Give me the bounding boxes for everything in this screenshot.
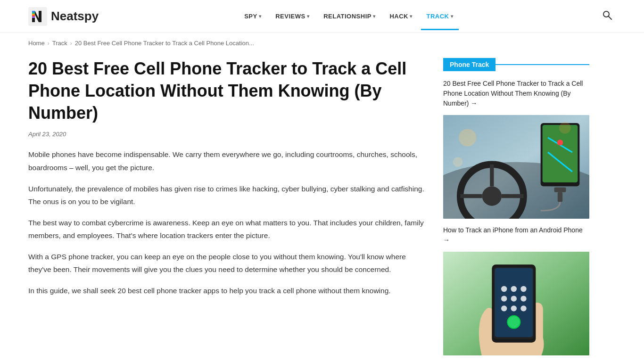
breadcrumb-sep-1: › <box>48 40 50 47</box>
reviews-chevron-icon: ▾ <box>307 14 310 19</box>
nav-item-relationship[interactable]: RELATIONSHIP ▾ <box>318 9 381 24</box>
article-date: April 23, 2020 <box>28 131 424 138</box>
article-para-1: Mobile phones have become indispensable.… <box>28 148 424 173</box>
widget-title-bar: Phone Track <box>443 58 589 71</box>
svg-rect-4 <box>32 14 35 15</box>
breadcrumb: Home › Track › 20 Best Free Cell Phone T… <box>0 33 644 53</box>
svg-point-7 <box>603 11 609 17</box>
svg-point-37 <box>520 296 526 301</box>
article-para-5: In this guide, we shall seek 20 best cel… <box>28 284 424 297</box>
svg-point-34 <box>520 286 526 292</box>
breadcrumb-current: 20 Best Free Cell Phone Tracker to Track… <box>75 40 254 47</box>
logo-text: Neatspy <box>51 9 99 24</box>
svg-point-43 <box>508 316 520 328</box>
page-layout: 20 Best Free Cell Phone Tracker to Track… <box>0 53 644 362</box>
widget-title-line <box>495 64 589 65</box>
main-content: 20 Best Free Cell Phone Tracker to Track… <box>28 58 424 362</box>
widget-title-label: Phone Track <box>443 58 495 71</box>
sidebar-thumb-1 <box>443 115 589 219</box>
hand-phone-image: 📞 <box>443 252 589 355</box>
svg-point-40 <box>520 305 526 311</box>
search-icon <box>603 10 612 20</box>
svg-rect-5 <box>32 15 35 16</box>
svg-point-36 <box>511 296 517 301</box>
main-nav: SPY ▾ REVIEWS ▾ RELATIONSHIP ▾ HACK ▾ TR… <box>239 9 459 24</box>
svg-line-8 <box>609 16 611 19</box>
sidebar: Phone Track 20 Best Free Cell Phone Trac… <box>443 58 589 362</box>
article-para-4: With a GPS phone tracker, you can keep a… <box>28 250 424 276</box>
relationship-chevron-icon: ▾ <box>373 14 376 19</box>
nav-item-hack[interactable]: HACK ▾ <box>384 9 418 24</box>
sidebar-link-1[interactable]: 20 Best Free Cell Phone Tracker to Track… <box>443 80 583 107</box>
search-button[interactable] <box>599 7 616 26</box>
logo[interactable]: Neatspy <box>28 7 99 26</box>
nav-item-spy[interactable]: SPY ▾ <box>239 9 267 24</box>
svg-rect-3 <box>32 12 35 14</box>
breadcrumb-sep-2: › <box>70 40 72 47</box>
svg-point-35 <box>501 296 507 301</box>
hack-chevron-icon: ▾ <box>410 14 413 19</box>
svg-point-38 <box>501 305 507 311</box>
article-para-3: The best way to combat cybercrime is awa… <box>28 216 424 242</box>
svg-point-12 <box>482 186 502 206</box>
article-para-2: Unfortunately, the prevalence of mobiles… <box>28 182 424 208</box>
sidebar-thumb-2: 📞 <box>443 252 589 355</box>
svg-rect-2 <box>32 11 35 12</box>
site-header: Neatspy SPY ▾ REVIEWS ▾ RELATIONSHIP ▾ H… <box>0 0 644 33</box>
article-title: 20 Best Free Cell Phone Tracker to Track… <box>28 58 424 124</box>
article-body: Mobile phones have become indispensable.… <box>28 148 424 297</box>
spy-chevron-icon: ▾ <box>259 14 262 19</box>
svg-rect-24 <box>558 192 562 202</box>
svg-point-27 <box>453 157 463 167</box>
svg-rect-18 <box>543 125 578 182</box>
svg-point-22 <box>557 140 563 145</box>
sidebar-widget-phone-track: Phone Track 20 Best Free Cell Phone Trac… <box>443 58 589 355</box>
svg-rect-23 <box>554 187 566 192</box>
logo-icon <box>28 7 47 26</box>
sidebar-link-2[interactable]: How to Track an iPhone from an Android P… <box>443 225 589 245</box>
nav-item-reviews[interactable]: REVIEWS ▾ <box>270 9 315 24</box>
svg-point-25 <box>459 129 476 146</box>
breadcrumb-home[interactable]: Home <box>28 40 45 47</box>
svg-point-26 <box>559 122 571 134</box>
svg-point-39 <box>511 305 517 311</box>
breadcrumb-track[interactable]: Track <box>52 40 67 47</box>
track-chevron-icon: ▾ <box>451 14 454 19</box>
svg-point-33 <box>511 286 517 292</box>
car-nav-image <box>443 115 589 219</box>
nav-item-track[interactable]: TRACK ▾ <box>421 9 459 24</box>
svg-rect-6 <box>32 16 35 18</box>
svg-point-32 <box>501 286 507 292</box>
